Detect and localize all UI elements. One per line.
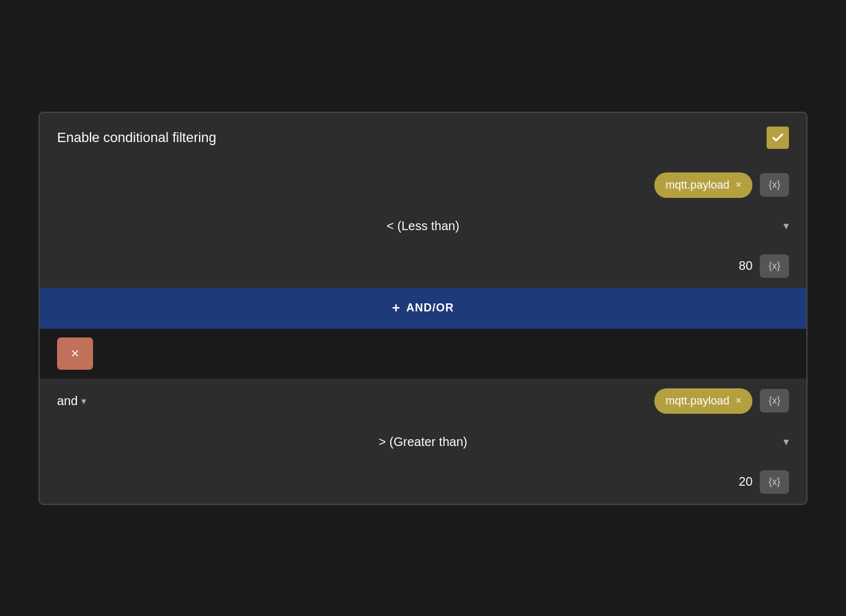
and-or-label: AND/OR [406,301,454,315]
condition-2-right-group: mqtt.payload × {x} [654,388,789,414]
condition-1-value-row: 80 {x} [57,244,789,288]
condition-2-payload-tag[interactable]: mqtt.payload × [654,388,752,414]
condition-1-operator-label[interactable]: < (Less than) [386,219,459,233]
condition-1-block: mqtt.payload × {x} < (Less than) ▾ 80 {x… [40,163,806,288]
condition-2-payload-close[interactable]: × [736,395,741,406]
condition-1-operator-row: < (Less than) ▾ [57,208,789,244]
condition-1-operator-chevron[interactable]: ▾ [783,219,789,233]
condition-1-value-expr-btn[interactable]: {x} [760,254,789,278]
condition-1-payload-row: mqtt.payload × {x} [57,163,789,208]
main-panel: Enable conditional filtering mqtt.payloa… [38,112,808,505]
condition-2-payload-label: mqtt.payload [666,395,729,408]
condition-1-expr-btn[interactable]: {x} [760,173,789,197]
condition-1-payload-close[interactable]: × [736,179,741,190]
condition-1-value: 80 [739,259,752,273]
condition-2-operator-row: > (Greater than) ▾ [57,424,789,460]
condition-1-payload-label: mqtt.payload [666,179,729,192]
panel-title: Enable conditional filtering [57,130,216,146]
condition-2-value-expr-btn[interactable]: {x} [760,470,789,494]
condition-2-operator-label[interactable]: > (Greater than) [379,435,468,449]
condition-2-block-inner: > (Greater than) ▾ 20 {x} [40,424,806,504]
condition-2-delete-btn[interactable]: × [57,337,93,370]
header-row: Enable conditional filtering [40,113,806,163]
condition-2-delete-row: × [40,329,806,378]
condition-2-and-chevron[interactable]: ▾ [81,395,86,407]
condition-2-and-dropdown[interactable]: and ▾ [57,394,86,408]
condition-2-and-label: and [57,394,78,408]
condition-2-and-payload-row: and ▾ mqtt.payload × {x} [40,378,806,424]
and-or-bar[interactable]: + AND/OR [40,288,806,329]
condition-2-expr-btn[interactable]: {x} [760,389,789,413]
condition-1-payload-tag[interactable]: mqtt.payload × [654,172,752,198]
condition-2-value-row: 20 {x} [57,460,789,504]
condition-2-operator-chevron[interactable]: ▾ [783,435,789,449]
condition-2-wrapper: × and ▾ mqtt.payload × {x} > (Greater th… [40,329,806,504]
plus-icon: + [392,300,400,316]
enable-checkbox[interactable] [767,127,789,149]
checkmark-icon [771,131,785,145]
condition-2-value: 20 [739,475,752,489]
